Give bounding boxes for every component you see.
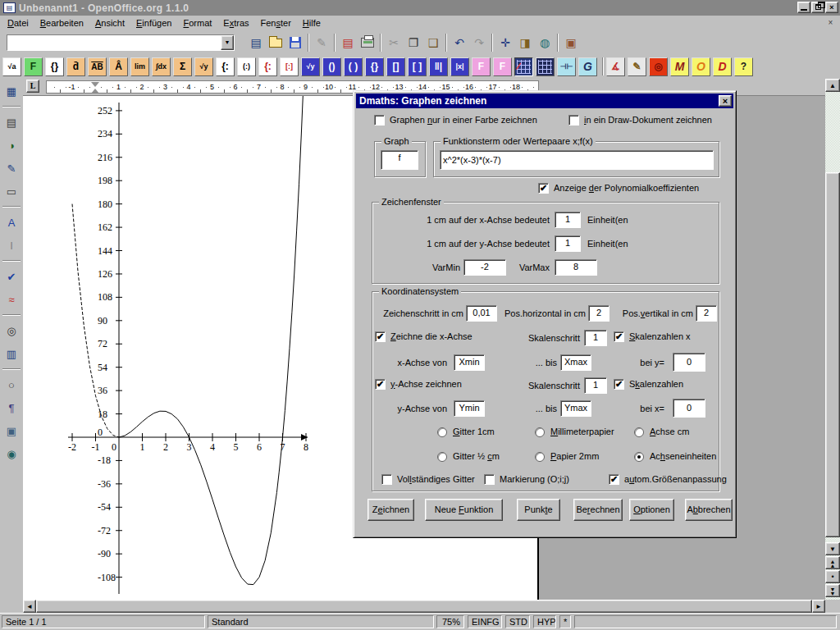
edit-file-icon[interactable]: ✎ [312, 33, 331, 52]
auto-spellcheck-icon[interactable]: ≈ [2, 290, 21, 309]
draw-graph-icon[interactable]: ∕ [514, 57, 533, 76]
copy-icon[interactable]: ❐ [404, 33, 423, 52]
zeichnen-button[interactable]: Zeichnen [368, 499, 414, 521]
function-term-field[interactable]: x^2*(x-3)*(x-7) [440, 150, 714, 170]
close-document-icon[interactable]: × [824, 17, 837, 29]
x-bis-field[interactable]: Xmax [560, 354, 591, 371]
parens-large-icon[interactable]: ( ) [344, 57, 363, 76]
menu-datei[interactable]: Datei [2, 16, 34, 30]
dmaths-help-icon[interactable]: ? [734, 57, 753, 76]
insert-table-icon[interactable]: ▦ [2, 81, 21, 101]
function-f-icon[interactable]: F [24, 57, 43, 76]
horizontal-scroll-thumb[interactable] [36, 600, 812, 613]
yaxis-scale-field[interactable]: 1 [555, 235, 581, 252]
vector-d-icon[interactable]: d̄ [66, 57, 85, 76]
status-selection-mode[interactable]: STD [505, 615, 530, 628]
bei-y-field[interactable]: 0 [673, 353, 705, 372]
angle-a-icon[interactable]: Â [109, 57, 128, 76]
restore-button[interactable] [811, 2, 824, 13]
status-page-style[interactable]: Standard [208, 615, 434, 628]
checkbox-polynomial-coefficients[interactable]: ✔ [538, 183, 549, 194]
pos-vertikal-field[interactable]: 2 [696, 305, 717, 322]
menu-hilfe[interactable]: Hilfe [297, 16, 326, 30]
brace-cases-icon[interactable]: {: [216, 57, 235, 76]
limit-icon[interactable]: lim [130, 57, 149, 76]
paste-icon[interactable]: ❑ [423, 33, 443, 52]
checkbox-draw-y-axis[interactable]: ✔ [375, 379, 386, 390]
radio-achse-cm[interactable] [634, 427, 644, 437]
graphics-onoff-icon[interactable]: ▣ [2, 421, 21, 441]
pos-horizontal-field[interactable]: 2 [588, 305, 609, 322]
nonprinting-chars-icon[interactable]: ¶ [2, 398, 21, 418]
undo-icon[interactable]: ↶ [450, 33, 469, 52]
spellcheck-icon[interactable]: ✔ [2, 267, 21, 286]
bracket-matrix-red-icon[interactable]: [:] [280, 57, 299, 76]
varmax-field[interactable]: 8 [555, 259, 597, 276]
sum-icon[interactable]: Σ [173, 57, 192, 76]
skalenschritt-x-field[interactable]: 1 [584, 330, 607, 346]
varmin-field[interactable]: -2 [463, 259, 506, 276]
online-layout-icon[interactable]: ◉ [2, 444, 21, 463]
x-achse-von-field[interactable]: Xmin [454, 354, 485, 371]
zoom-icon[interactable]: ○ [2, 375, 21, 395]
brackets-large-icon[interactable]: [ ] [408, 57, 427, 76]
dialog-titlebar[interactable]: Dmaths: Graphen zeichnen × [356, 94, 733, 108]
macro-d-icon[interactable]: D [713, 57, 732, 76]
navigator-icon[interactable]: ✛ [495, 33, 515, 52]
segment-ab-icon[interactable]: AB [88, 57, 107, 76]
graph-name-field[interactable]: f [381, 150, 418, 170]
berechnen-button[interactable]: Berechnen [573, 499, 623, 521]
root-y-icon[interactable]: √y [194, 57, 213, 76]
previous-page-button[interactable]: ▲▲ [825, 556, 840, 569]
radio-gitter-halb-cm[interactable] [437, 452, 447, 462]
brackets-small-icon[interactable]: [] [386, 57, 405, 76]
checkbox-skalenzahlen-x[interactable]: ✔ [614, 331, 624, 342]
print-icon[interactable] [358, 33, 377, 52]
radio-millimeterpapier[interactable] [535, 427, 545, 437]
status-hyperlink-mode[interactable]: HYP [533, 615, 556, 628]
scroll-right-button[interactable]: ► [812, 600, 825, 613]
menu-format[interactable]: Format [177, 16, 217, 30]
y-achse-von-field[interactable]: Ymin [454, 400, 485, 417]
show-draw-functions-icon[interactable]: ✎ [2, 158, 21, 178]
vertical-scrollbar[interactable]: ▲ ▼ ▲▲ • ▼▼ [825, 79, 840, 600]
y-bis-field[interactable]: Ymax [560, 400, 591, 417]
checkbox-markierung[interactable] [484, 474, 495, 485]
menu-einfuegen[interactable]: Einfügen [130, 16, 177, 30]
data-sources-icon[interactable]: ▥ [2, 344, 21, 363]
radio-achseneinheiten[interactable] [634, 452, 644, 462]
draw-tools-icon[interactable]: ✎ [628, 57, 646, 76]
function-pink-edit-icon[interactable]: F [493, 57, 512, 76]
insert-fields-icon[interactable]: ▤ [2, 112, 21, 132]
minimize-button[interactable] [797, 2, 810, 13]
protractor-icon[interactable]: ∡ [606, 57, 625, 76]
norm-bars-icon[interactable]: ‖| [429, 57, 448, 76]
radio-gitter-1cm[interactable] [437, 427, 447, 437]
geometry-g-icon[interactable]: G [578, 57, 597, 76]
paren-matrix-icon[interactable]: (:) [237, 57, 256, 76]
parens-small-icon[interactable]: () [322, 57, 341, 76]
integral-icon[interactable]: ∫dx [152, 57, 171, 76]
menu-extras[interactable]: Extras [217, 16, 254, 30]
checkbox-autosize[interactable]: ✔ [609, 474, 619, 485]
braces-icon[interactable]: {} [45, 57, 64, 76]
checkbox-draw-x-axis[interactable]: ✔ [375, 331, 386, 342]
checkbox-vollstaendiges-gitter[interactable] [381, 474, 392, 485]
dmaths-target-icon[interactable]: ◎ [649, 57, 668, 76]
bei-x-field[interactable]: 0 [673, 399, 705, 418]
stylist-icon[interactable]: ◨ [515, 33, 535, 52]
checkbox-skalenzahlen-y[interactable]: ✔ [614, 379, 624, 390]
interval-icon[interactable]: ⊣⊢ [557, 57, 576, 76]
insert-objects-icon[interactable]: ◑ [2, 135, 21, 155]
scroll-up-button[interactable]: ▲ [825, 79, 840, 92]
menu-fenster[interactable]: Fenster [255, 16, 297, 30]
abs-x-icon[interactable]: |x| [450, 57, 469, 76]
checkbox-draw-document[interactable] [568, 115, 579, 126]
next-page-button[interactable]: ▼▼ [825, 584, 840, 597]
abbrechen-button[interactable]: Abbrechen [685, 499, 733, 521]
braces-blue-icon[interactable]: {} [365, 57, 384, 76]
gallery-icon[interactable]: ▣ [561, 33, 581, 52]
url-input[interactable] [7, 35, 221, 50]
checkbox-single-color[interactable] [374, 115, 385, 126]
indent-marker-icon[interactable] [91, 82, 100, 94]
